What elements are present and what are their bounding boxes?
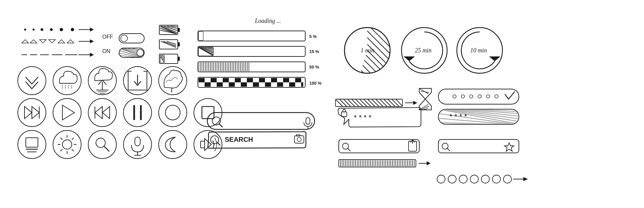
svg-line-169	[60, 138, 62, 140]
svg-marker-15	[90, 39, 94, 43]
svg-marker-13	[67, 40, 74, 43]
svg-line-230	[396, 99, 402, 106]
svg-rect-73	[199, 63, 251, 71]
icon-cloud-download[interactable]	[53, 67, 81, 95]
svg-rect-61	[198, 46, 305, 56]
svg-point-243	[486, 95, 490, 98]
bottom-circles-arrow	[437, 175, 528, 183]
icon-search[interactable]	[88, 130, 116, 159]
svg-line-234	[419, 91, 431, 93]
search-bar-right-1[interactable]	[339, 139, 419, 153]
svg-marker-212	[489, 56, 500, 61]
svg-rect-118	[217, 82, 223, 87]
off-label: OFF	[102, 34, 113, 40]
svg-line-223	[368, 99, 375, 107]
search-bar-right-2[interactable]	[438, 139, 519, 153]
icon-download-layers[interactable]	[123, 67, 152, 95]
svg-line-227	[384, 99, 391, 107]
svg-point-320	[481, 175, 489, 183]
icon-brightness[interactable]	[53, 130, 81, 159]
svg-marker-12	[58, 40, 65, 43]
svg-line-228	[388, 99, 395, 107]
icon-rewind[interactable]	[88, 98, 116, 127]
svg-marker-22	[90, 53, 94, 57]
svg-line-41	[159, 30, 177, 34]
svg-text:100 %: 100 %	[309, 81, 322, 86]
search-bar-1[interactable]	[207, 113, 315, 129]
svg-line-226	[380, 99, 387, 107]
svg-point-127	[18, 67, 46, 95]
svg-rect-59	[199, 32, 203, 40]
svg-line-55	[159, 55, 164, 63]
svg-rect-182	[201, 141, 205, 148]
svg-rect-184	[207, 113, 315, 129]
timer-1min[interactable]: 1 min	[344, 28, 390, 73]
svg-line-219	[352, 99, 359, 107]
icon-fast-forward[interactable]	[18, 98, 46, 127]
icon-moon[interactable]	[159, 130, 187, 159]
icon-cloud-tree[interactable]	[159, 67, 187, 95]
svg-point-2	[41, 28, 43, 31]
svg-line-259	[347, 148, 350, 151]
svg-marker-324	[523, 177, 528, 181]
svg-rect-123	[277, 82, 283, 87]
svg-line-200	[377, 28, 390, 40]
svg-line-190	[217, 142, 220, 145]
svg-rect-124	[289, 82, 295, 87]
svg-marker-144	[32, 107, 39, 119]
svg-line-229	[392, 99, 399, 107]
icon-double-chevron[interactable]	[18, 67, 46, 95]
main-canvas: OFF ON	[0, 0, 644, 208]
svg-line-203	[344, 40, 377, 73]
icon-record[interactable]	[159, 98, 187, 127]
svg-line-225	[376, 99, 383, 107]
svg-line-222	[364, 99, 371, 107]
svg-rect-113	[259, 78, 265, 82]
triangles-arrow-row2	[22, 39, 94, 43]
svg-rect-117	[205, 82, 211, 87]
svg-line-201	[384, 28, 390, 34]
icon-pause[interactable]	[123, 98, 152, 127]
svg-point-242	[478, 95, 481, 98]
svg-rect-177	[135, 137, 140, 146]
svg-marker-265	[504, 143, 514, 151]
search-bar-2[interactable]: SEARCH	[208, 131, 306, 148]
svg-marker-147	[62, 105, 74, 120]
svg-marker-232	[413, 101, 417, 105]
icon-microphone[interactable]	[123, 130, 152, 159]
icon-cloud-upload[interactable]	[88, 67, 116, 95]
svg-point-35	[137, 49, 144, 56]
svg-line-216	[339, 99, 347, 107]
svg-rect-125	[301, 82, 303, 87]
loading-title: Loading ...	[255, 17, 281, 24]
svg-line-171	[72, 138, 74, 140]
search-placeholder: SEARCH	[225, 136, 253, 143]
password-field-2[interactable]: * * * *	[438, 109, 520, 124]
svg-point-152	[123, 98, 152, 127]
password-field-1[interactable]	[438, 89, 519, 104]
timer-10min[interactable]: 10 min	[457, 28, 502, 73]
svg-point-239	[453, 95, 456, 98]
loading-bar-5: 5 %	[198, 31, 317, 41]
hourglass-icon	[419, 88, 431, 110]
svg-marker-8	[22, 40, 29, 43]
icon-play[interactable]	[53, 98, 81, 127]
svg-line-186	[219, 124, 222, 127]
right-bottom-bar-dots	[339, 160, 431, 167]
svg-point-317	[448, 175, 456, 183]
svg-line-197	[357, 28, 390, 60]
password-bubble-1[interactable]: * * * *	[338, 108, 421, 127]
svg-point-244	[495, 95, 498, 98]
svg-line-206	[344, 60, 357, 73]
timer-25min[interactable]: 25 min	[401, 28, 447, 73]
svg-point-146	[53, 98, 81, 127]
svg-point-4	[60, 28, 63, 31]
svg-rect-193	[297, 134, 300, 136]
icon-eject[interactable]	[18, 130, 46, 159]
svg-point-140	[159, 67, 187, 95]
svg-rect-111	[235, 78, 241, 82]
svg-rect-110	[223, 78, 229, 82]
svg-rect-187	[306, 118, 310, 124]
svg-line-170	[72, 149, 74, 151]
svg-rect-121	[253, 82, 259, 87]
